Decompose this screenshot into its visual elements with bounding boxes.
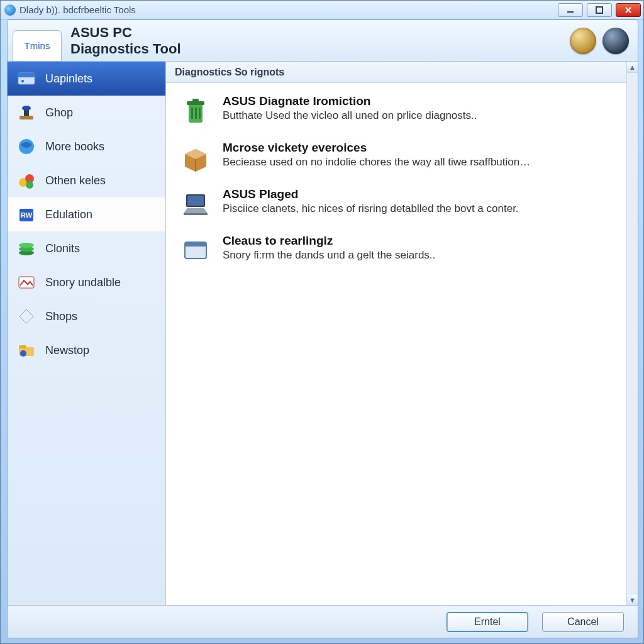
maximize-button[interactable] xyxy=(587,3,612,17)
svg-marker-20 xyxy=(19,309,33,323)
sidebar-item-label: Othen keles xyxy=(45,174,106,187)
header-icon-group xyxy=(570,28,629,54)
sidebar-item-more-books[interactable]: More books xyxy=(8,130,165,164)
diagnostics-item[interactable]: ASUS Diagnate Iromiction Butthate Used t… xyxy=(171,88,633,135)
recycle-bin-icon xyxy=(177,94,214,127)
stamp-icon xyxy=(15,101,38,124)
header-tab[interactable]: Tmins xyxy=(13,30,62,62)
svg-rect-1 xyxy=(596,7,602,13)
primary-button[interactable]: Erntel xyxy=(447,612,528,632)
vertical-scrollbar[interactable]: ▲ ▼ xyxy=(626,62,638,605)
headset-badge-icon[interactable] xyxy=(602,28,629,54)
sidebar-item-clonits[interactable]: Clonits xyxy=(8,231,165,265)
sidebar-item-uapinlets[interactable]: Uapinlets xyxy=(8,62,165,96)
diagnostics-item[interactable]: Mcrose vickety everoices Beciease used o… xyxy=(171,135,633,181)
sidebar-item-label: Shops xyxy=(45,310,77,323)
body: Uapinlets Ghop More books xyxy=(8,62,638,605)
diagnostics-item-title: ASUS Diagnate Iromiction xyxy=(223,94,477,108)
svg-rect-27 xyxy=(191,108,193,119)
minimize-icon xyxy=(566,6,575,14)
diagnostics-item-title: ASUS Plaged xyxy=(223,187,519,201)
sidebar-item-newstop[interactable]: Newstop xyxy=(8,333,165,367)
globe-badge-icon[interactable] xyxy=(570,28,596,54)
cancel-button[interactable]: Cancel xyxy=(542,612,624,632)
svg-point-13 xyxy=(26,181,33,189)
svg-rect-36 xyxy=(184,213,208,215)
header-title-block: ASUS PC Diagnostics Tool xyxy=(70,25,570,57)
diagnostics-item-title: Cleaus to rearlingiz xyxy=(223,234,435,248)
sidebar-item-snory-undalble[interactable]: Snory undalble xyxy=(8,265,165,299)
footer: Erntel Cancel xyxy=(8,605,638,638)
diagnostics-item-title: Mcrose vickety everoices xyxy=(223,141,530,155)
scroll-up-arrow-icon[interactable]: ▲ xyxy=(627,62,638,73)
diagnostics-item[interactable]: Cleaus to rearlingiz Snory fi:rm the dan… xyxy=(171,228,633,274)
maximize-icon xyxy=(595,6,604,14)
svg-rect-7 xyxy=(19,116,33,119)
svg-rect-22 xyxy=(19,345,26,348)
sidebar-item-edulation[interactable]: RW Edulation xyxy=(8,197,165,231)
sidebar-item-label: More books xyxy=(45,140,104,153)
box-icon xyxy=(177,141,214,174)
sidebar-item-label: Uapinlets xyxy=(45,72,92,86)
minimize-button[interactable] xyxy=(558,3,583,17)
diagnostics-list: ASUS Diagnate Iromiction Butthate Used t… xyxy=(166,83,638,279)
shapes-icon xyxy=(15,169,38,192)
header-title-line1: ASUS PC xyxy=(70,25,570,40)
green-stack-icon xyxy=(15,237,38,260)
globe-icon xyxy=(15,135,38,158)
sidebar-item-label: Ghop xyxy=(45,106,73,119)
diamond-icon xyxy=(15,305,38,328)
window-icon xyxy=(177,234,214,267)
sidebar-item-label: Clonits xyxy=(45,242,80,255)
app-icon xyxy=(4,4,16,16)
svg-rect-0 xyxy=(567,11,574,13)
svg-rect-28 xyxy=(195,108,197,119)
content-heading: Diagnostics So rignots xyxy=(166,62,638,83)
inner-frame: Tmins ASUS PC Diagnostics Tool Uapinlets xyxy=(7,19,638,638)
close-icon xyxy=(624,6,633,14)
svg-point-18 xyxy=(19,243,34,248)
svg-point-6 xyxy=(21,80,24,82)
diagnostics-item-desc: Pisciice clanets, hic nices of risring d… xyxy=(223,203,519,215)
window-controls xyxy=(558,3,641,17)
scroll-down-arrow-icon[interactable]: ▼ xyxy=(627,594,638,605)
diagnostics-item-desc: Snory fi:rm the dands und a gelt the sei… xyxy=(223,249,435,262)
sidebar-item-shops[interactable]: Shops xyxy=(8,299,165,333)
svg-rect-26 xyxy=(192,99,199,102)
hdd-icon xyxy=(15,67,38,90)
svg-rect-34 xyxy=(187,196,204,206)
app-window: Dlady b)). bdcfrbeeltic Tools Tmins ASUS… xyxy=(0,0,644,644)
diagnostics-item-text: Cleaus to rearlingiz Snory fi:rm the dan… xyxy=(223,234,435,262)
diagnostics-item[interactable]: ASUS Plaged Pisciice clanets, hic nices … xyxy=(171,181,633,228)
svg-rect-38 xyxy=(185,242,206,247)
window-title: Dlady b)). bdcfrbeeltic Tools xyxy=(19,4,558,15)
blue-cube-icon: RW xyxy=(15,203,38,226)
diagnostics-item-text: ASUS Diagnate Iromiction Butthate Used t… xyxy=(223,94,477,122)
svg-point-9 xyxy=(22,106,31,111)
content: Diagnostics So rignots ASUS Diagnate Iro… xyxy=(166,62,638,605)
diagnostics-item-desc: Butthate Used the vicleo all uned on prl… xyxy=(223,109,477,122)
sidebar: Uapinlets Ghop More books xyxy=(8,62,166,605)
sidebar-item-label: Edulation xyxy=(45,208,92,221)
svg-point-23 xyxy=(20,350,26,357)
laptop-icon xyxy=(177,187,214,220)
svg-rect-29 xyxy=(199,108,201,119)
titlebar: Dlady b)). bdcfrbeeltic Tools xyxy=(1,1,643,19)
header: Tmins ASUS PC Diagnostics Tool xyxy=(8,20,638,62)
svg-marker-35 xyxy=(184,208,208,213)
sidebar-item-label: Snory undalble xyxy=(45,276,121,289)
diagnostics-item-text: ASUS Plaged Pisciice clanets, hic nices … xyxy=(223,187,519,215)
sidebar-item-ghop[interactable]: Ghop xyxy=(8,96,165,130)
header-title-line2: Diagnostics Tool xyxy=(70,41,570,57)
sidebar-item-othen-keles[interactable]: Othen keles xyxy=(8,164,165,197)
diagnostics-item-desc: Beciease used on no indolie chores the w… xyxy=(223,156,530,169)
sidebar-item-label: Newstop xyxy=(45,344,89,357)
svg-rect-5 xyxy=(18,73,35,77)
photo-icon xyxy=(15,271,38,294)
folder-gear-icon xyxy=(15,339,38,362)
diagnostics-item-text: Mcrose vickety everoices Beciease used o… xyxy=(223,141,530,169)
svg-text:RW: RW xyxy=(21,211,33,219)
close-button[interactable] xyxy=(616,3,641,17)
